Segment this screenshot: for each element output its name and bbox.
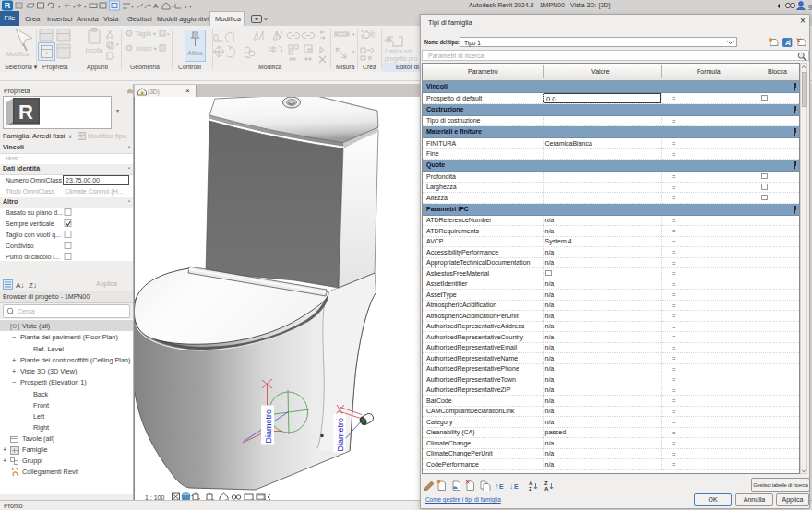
svg-text:▾: ▾ xyxy=(167,31,170,37)
svg-text:Diametro: Diametro xyxy=(336,418,345,452)
svg-text:Diametro: Diametro xyxy=(264,409,273,444)
svg-text:Unisci ▾: Unisci ▾ xyxy=(136,45,158,52)
svg-text:↑: ↑ xyxy=(495,482,498,491)
svg-text:A↓: A↓ xyxy=(16,281,24,290)
svg-text:▾: ▾ xyxy=(352,49,355,54)
svg-text:Carica nel: Carica nel xyxy=(385,48,412,54)
svg-text:g: g xyxy=(808,3,812,10)
svg-text:E: E xyxy=(499,483,504,490)
svg-text:Incolla: Incolla xyxy=(86,47,103,53)
svg-text:E: E xyxy=(514,483,519,490)
svg-text:▾: ▾ xyxy=(189,4,192,9)
svg-text:▾: ▾ xyxy=(84,4,87,9)
svg-text:R: R xyxy=(5,1,11,10)
svg-text:Taglia ▾: Taglia ▾ xyxy=(136,30,157,38)
svg-text:▾: ▾ xyxy=(172,4,174,9)
svg-text:progetto pro: progetto pro xyxy=(385,55,417,63)
svg-text:▾: ▾ xyxy=(58,4,61,9)
svg-text:↓: ↓ xyxy=(509,482,513,491)
svg-text:R: R xyxy=(18,101,33,124)
svg-text:Attiva: Attiva xyxy=(187,50,203,56)
svg-text:▾: ▾ xyxy=(131,4,134,9)
svg-text:A: A xyxy=(153,2,159,10)
svg-text:Z↓: Z↓ xyxy=(29,281,37,290)
svg-text:▾: ▾ xyxy=(352,31,355,37)
svg-text:Modifica: Modifica xyxy=(6,51,30,57)
svg-text:▾: ▾ xyxy=(73,4,76,9)
svg-text:▾: ▾ xyxy=(116,42,119,47)
svg-text:A: A xyxy=(544,486,549,491)
svg-text:Z: Z xyxy=(529,486,532,491)
